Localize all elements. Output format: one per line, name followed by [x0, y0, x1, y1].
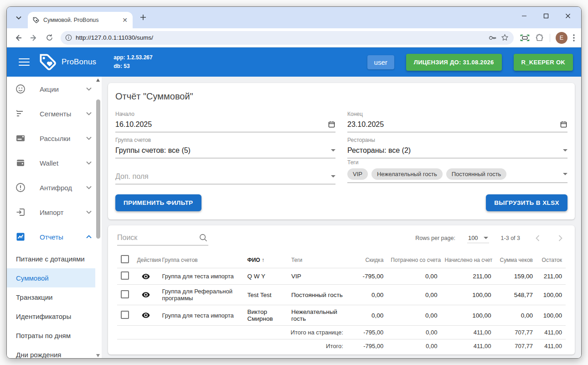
- cell-discount: 0,00: [347, 305, 387, 326]
- back-button[interactable]: [11, 31, 25, 45]
- col-discount[interactable]: Скидка: [347, 252, 387, 268]
- end-date-value[interactable]: 23.10.2025: [347, 120, 560, 129]
- sidebar-item-wallet[interactable]: Wallet: [7, 151, 102, 175]
- cell-accrued: 100,00: [441, 285, 495, 305]
- select-all-checkbox[interactable]: [121, 255, 129, 263]
- rows-per-page-label: Rows per page:: [415, 235, 455, 241]
- calendar-icon[interactable]: [328, 120, 335, 128]
- calendar-icon[interactable]: [560, 120, 567, 128]
- apply-filter-button[interactable]: ПРИМЕНИТЬ ФИЛЬТР: [115, 194, 201, 211]
- profile-avatar[interactable]: E: [556, 32, 567, 44]
- submenu-item-pitanie[interactable]: Питание с дотациями: [7, 249, 102, 268]
- cell-balance: 100,00: [536, 285, 566, 305]
- col-group[interactable]: Группа счетов: [159, 252, 244, 268]
- grand-total-balance: 411,00: [536, 339, 566, 353]
- sidebar-scrollbar[interactable]: [95, 77, 101, 359]
- filter-card: Отчёт "Суммовой" Начало 16.10.2025 Конец…: [108, 83, 575, 219]
- forward-button[interactable]: [27, 31, 41, 45]
- tag-chips: VIP Нежелательный гость Постоянный гость: [347, 168, 559, 180]
- dropdown-caret-icon: [563, 173, 567, 175]
- rkeeper-status-button[interactable]: R_KEEPER OK: [514, 54, 573, 71]
- col-accrued[interactable]: Начислено на счет: [441, 252, 495, 268]
- end-date-field: Конец 23.10.2025: [347, 106, 567, 132]
- sidebar-item-antifrod[interactable]: Антифрод: [7, 175, 102, 200]
- password-key-icon[interactable]: [488, 33, 497, 42]
- scroll-up-arrow-icon[interactable]: [96, 78, 100, 82]
- account-group-value: Группы счетов: все (5): [115, 146, 327, 155]
- extensions-puzzle-icon[interactable]: [535, 33, 544, 42]
- start-date-value[interactable]: 16.10.2025: [115, 120, 328, 129]
- sidebar-item-otchety[interactable]: Отчеты: [7, 224, 102, 249]
- url-text[interactable]: http://127.0.0.1:11030/sums/: [76, 34, 484, 41]
- menu-hamburger-icon[interactable]: [19, 58, 30, 66]
- chevron-down-icon: [86, 186, 92, 189]
- submenu-item-tranzakcii[interactable]: Транзакции: [7, 287, 102, 307]
- col-spent[interactable]: Потрачено со счета: [387, 252, 441, 268]
- report-table: Действия Группа счетов ФИО ↑ Теги Скидка…: [117, 252, 566, 353]
- col-balance[interactable]: Остаток: [536, 252, 566, 268]
- view-eye-icon[interactable]: [137, 272, 155, 281]
- next-page-button[interactable]: [555, 233, 566, 244]
- license-button[interactable]: ЛИЦЕНЗИЯ ДО: 31.08.2026: [406, 54, 502, 71]
- bookmark-star-icon[interactable]: [500, 33, 509, 42]
- view-eye-icon[interactable]: [137, 311, 155, 320]
- submenu-item-identifikatory[interactable]: Идентификаторы: [7, 307, 102, 326]
- sidebar-item-rassylki[interactable]: Рассылки: [7, 126, 102, 151]
- tag-chip-vip[interactable]: VIP: [347, 168, 368, 180]
- col-tags[interactable]: Теги: [288, 252, 347, 268]
- browser-tab[interactable]: Суммовой. ProBonus ✕: [28, 12, 133, 28]
- app-header: ProBonus app: 1.2.53.267 db: 53 user ЛИЦ…: [7, 47, 581, 77]
- sidebar-item-segmenty[interactable]: Сегменты: [7, 101, 102, 126]
- page-total-checks: 707,77: [495, 326, 536, 339]
- search-input[interactable]: Поиск: [117, 233, 208, 245]
- col-checks[interactable]: Сумма чеков: [495, 252, 536, 268]
- restaurants-select[interactable]: Рестораны: все (2): [347, 146, 567, 158]
- address-bar[interactable]: http://127.0.0.1:11030/sums/: [61, 31, 514, 45]
- range-label: 1-3 of 3: [501, 235, 520, 241]
- table-row[interactable]: Группа для теста импорта Виктор Смирнов …: [117, 305, 566, 326]
- sidebar-item-akcii[interactable]: Акции: [7, 77, 102, 101]
- submenu-item-potraty[interactable]: Потраты по дням: [7, 326, 102, 345]
- table-row[interactable]: Группа для теста импорта Q W Y VIP -795,…: [117, 268, 566, 285]
- new-tab-button[interactable]: [137, 11, 149, 23]
- start-date-field: Начало 16.10.2025: [115, 106, 335, 132]
- row-checkbox[interactable]: [121, 290, 129, 298]
- user-button[interactable]: user: [367, 55, 394, 69]
- row-checkbox[interactable]: [121, 311, 129, 319]
- prev-page-button[interactable]: [532, 233, 543, 244]
- account-group-select[interactable]: Группы счетов: все (5): [115, 146, 335, 158]
- tab-capture-icon[interactable]: [520, 34, 530, 42]
- extra-fields-select[interactable]: Доп. поля: [115, 172, 335, 184]
- sidebar-item-import[interactable]: Импорт: [7, 200, 102, 224]
- close-window-button[interactable]: [563, 11, 573, 21]
- tag-chip-unwanted[interactable]: Нежелательный гость: [371, 168, 443, 180]
- tags-select[interactable]: VIP Нежелательный гость Постоянный гость: [347, 168, 567, 183]
- row-checkbox[interactable]: [121, 271, 129, 280]
- tag-chip-regular[interactable]: Постоянный гость: [446, 168, 507, 180]
- col-name[interactable]: ФИО ↑: [243, 252, 287, 268]
- maximize-button[interactable]: [541, 11, 551, 21]
- reload-button[interactable]: [42, 31, 56, 45]
- end-date-input[interactable]: 23.10.2025: [347, 120, 567, 132]
- scrollbar-thumb[interactable]: [96, 99, 100, 239]
- col-actions[interactable]: Действия: [133, 252, 158, 268]
- submenu-item-summovoy[interactable]: Суммовой: [7, 268, 95, 287]
- start-date-input[interactable]: 16.10.2025: [115, 120, 335, 132]
- export-xlsx-button[interactable]: ВЫГРУЗИТЬ В XLSX: [486, 194, 567, 211]
- minimize-button[interactable]: [519, 11, 529, 21]
- cell-name: Виктор Смирнов: [243, 305, 287, 326]
- window-controls: [519, 7, 577, 25]
- browser-menu-icon[interactable]: [573, 34, 575, 42]
- table-row[interactable]: Группа для Реферальной программы Test Te…: [117, 285, 566, 305]
- view-eye-icon[interactable]: [137, 290, 155, 299]
- scroll-down-arrow-icon[interactable]: [96, 354, 100, 357]
- site-info-icon[interactable]: [65, 34, 72, 41]
- restaurants-value: Рестораны: все (2): [347, 146, 559, 155]
- tab-search-button[interactable]: [12, 11, 25, 24]
- submenu-item-dni-rozhdeniya[interactable]: Дни рождения: [7, 345, 102, 359]
- dropdown-caret-icon: [484, 237, 488, 239]
- rows-per-page-select[interactable]: 100: [467, 234, 489, 243]
- search-icon[interactable]: [198, 233, 208, 243]
- sidebar-item-label: Сегменты: [40, 110, 86, 118]
- tab-close-icon[interactable]: ✕: [121, 16, 129, 24]
